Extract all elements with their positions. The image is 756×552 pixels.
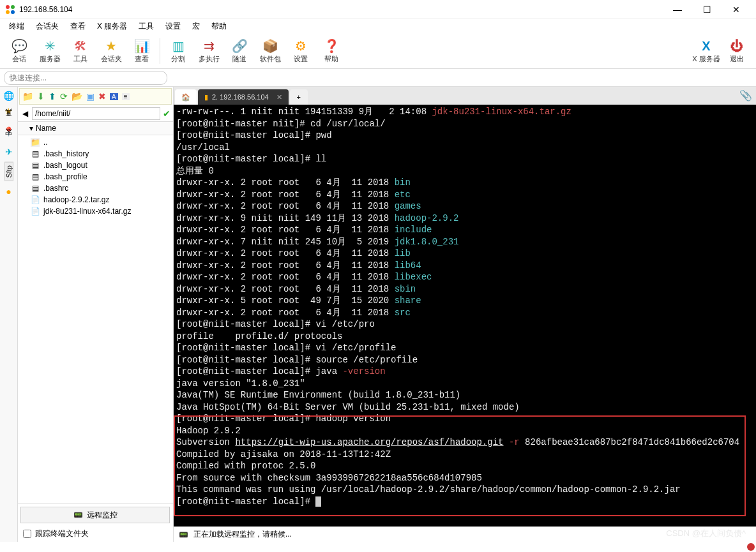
attachment-icon[interactable]: 📎 xyxy=(739,89,752,101)
remote-monitor-button[interactable]: 📟 远程监控 xyxy=(20,507,170,523)
delete-icon[interactable]: ✖ xyxy=(98,91,106,101)
toolbar-帮助[interactable]: ❓帮助 xyxy=(316,38,347,64)
minimize-button[interactable]: — xyxy=(663,4,692,15)
titlebar: 192.168.56.104 — ☐ ✕ xyxy=(0,0,756,19)
file-name: .bash_logout xyxy=(43,161,87,170)
dot-icon[interactable]: ● xyxy=(6,186,11,197)
quick-connect-input[interactable] xyxy=(4,71,167,85)
pin-icon[interactable]: 📍 xyxy=(3,126,14,137)
file-name: .bash_history xyxy=(43,149,89,158)
toolbar-会话夹[interactable]: ★会话夹 xyxy=(96,38,126,64)
refresh-icon[interactable]: ⟳ xyxy=(60,91,68,101)
letter-icon[interactable]: A xyxy=(110,93,118,100)
record-dot-icon xyxy=(747,543,755,551)
toolbar-icon: ⚙ xyxy=(295,38,306,54)
toolbar-label: X 服务器 xyxy=(692,54,720,64)
menu-7[interactable]: 帮助 xyxy=(206,20,232,33)
toolbar-会话[interactable]: 💬会话 xyxy=(4,38,34,64)
watermark: CSDN @在人间负债^ xyxy=(666,528,746,539)
file-row[interactable]: ▤.bash_history xyxy=(22,148,169,160)
toolbar-X 服务器[interactable]: XX 服务器 xyxy=(691,38,722,64)
home-icon: 🏠 xyxy=(181,93,190,101)
file-row[interactable]: ▤.bash_logout xyxy=(22,160,169,171)
toolbar-工具[interactable]: 🛠工具 xyxy=(65,38,96,64)
toolbar-icon: ▥ xyxy=(172,38,185,54)
globe-icon[interactable]: 🌐 xyxy=(3,91,14,101)
tabs: 🏠 ▮ 2. 192.168.56.104 ✕ + xyxy=(174,87,756,105)
maximize-button[interactable]: ☐ xyxy=(692,4,722,15)
content-area: 🏠 ▮ 2. 192.168.56.104 ✕ + -rw-rw-r--. 1 … xyxy=(174,87,756,542)
send-icon[interactable]: ✈ xyxy=(5,147,13,157)
file-name: .bash_profile xyxy=(43,172,87,181)
window-title: 192.168.56.104 xyxy=(19,5,663,14)
tab-new[interactable]: + xyxy=(290,89,308,105)
terminal[interactable]: -rw-rw-r--. 1 niit niit 194151339 9月 2 1… xyxy=(174,105,756,526)
toolbar-软件包[interactable]: 📦软件包 xyxy=(255,38,285,64)
toolbar-label: 多执行 xyxy=(199,54,220,64)
menu-0[interactable]: 终端 xyxy=(4,20,29,33)
text-icon[interactable]: ≡ xyxy=(122,93,130,100)
follow-label: 跟踪终端文件夹 xyxy=(35,528,89,539)
file-icon: 📄 xyxy=(31,195,40,204)
file-header[interactable]: ▾ Name xyxy=(18,121,173,135)
file-name: jdk-8u231-linux-x64.tar.gz xyxy=(43,207,131,216)
tab-label: 2. 192.168.56.104 xyxy=(212,93,269,101)
back-icon[interactable]: ◀ xyxy=(20,109,29,118)
expand-icon[interactable]: ▾ xyxy=(29,124,33,133)
newfolder-icon[interactable]: 📂 xyxy=(72,91,82,101)
follow-row: 跟踪终端文件夹 xyxy=(18,526,173,542)
file-icon: ▤ xyxy=(31,161,40,170)
follow-checkbox[interactable] xyxy=(23,530,31,538)
folder-icon[interactable]: 📁 xyxy=(22,91,33,101)
svg-point-2 xyxy=(6,10,10,14)
toolbar-退出[interactable]: ⏻退出 xyxy=(722,38,752,64)
toolbar-label: 服务器 xyxy=(40,54,61,64)
file-row[interactable]: ▤.bash_profile xyxy=(22,171,169,183)
toolbar-隧道[interactable]: 🔗隧道 xyxy=(224,38,255,64)
toolbar-label: 设置 xyxy=(294,54,308,64)
tab-session[interactable]: ▮ 2. 192.168.56.104 ✕ xyxy=(198,89,289,105)
tab-home[interactable]: 🏠 xyxy=(175,89,197,105)
toolbar-icon: ⇉ xyxy=(204,38,215,54)
menu-4[interactable]: 工具 xyxy=(133,20,159,33)
toolbar-label: 会话夹 xyxy=(101,54,122,64)
toolbar-分割[interactable]: ▥分割 xyxy=(163,38,193,64)
toolbar-多执行[interactable]: ⇉多执行 xyxy=(193,38,224,64)
menu-6[interactable]: 宏 xyxy=(187,20,205,33)
updir-row[interactable]: 📁 .. xyxy=(22,137,169,148)
upload-icon[interactable]: ⬆ xyxy=(49,91,56,101)
menu-2[interactable]: 查看 xyxy=(65,20,91,33)
file-row[interactable]: ▤.bashrc xyxy=(22,183,169,194)
toolbar-label: 会话 xyxy=(12,54,26,64)
toolbar-icon: 💬 xyxy=(11,38,27,54)
remote-monitor-label: 远程监控 xyxy=(87,510,117,521)
menu-1[interactable]: 会话夹 xyxy=(31,20,64,33)
terminal-icon: ▮ xyxy=(204,93,208,101)
sftp-tab[interactable]: Sftp xyxy=(4,162,13,181)
path-input[interactable] xyxy=(32,107,160,120)
toolbar-服务器[interactable]: ✳服务器 xyxy=(34,38,65,64)
copy-icon[interactable]: ▣ xyxy=(86,91,94,101)
toolbar-设置[interactable]: ⚙设置 xyxy=(285,38,316,64)
svg-point-1 xyxy=(11,5,15,9)
toolbar-icon: 🛠 xyxy=(74,38,87,54)
path-row: ◀ ✔ xyxy=(18,106,173,121)
file-icon: ▤ xyxy=(31,184,40,193)
download-icon[interactable]: ⬇ xyxy=(37,91,45,101)
left-sidebar: 🌐 ★ 工具 📍 宏 ✈ Sftp ● xyxy=(0,87,18,542)
toolbar-label: 工具 xyxy=(73,54,87,64)
file-row[interactable]: 📄jdk-8u231-linux-x64.tar.gz xyxy=(22,205,169,217)
name-header: Name xyxy=(36,124,56,133)
toolbar-icon: 📊 xyxy=(134,38,150,54)
app-icon xyxy=(5,4,15,15)
menu-5[interactable]: 设置 xyxy=(160,20,186,33)
toolbar-icon: ⏻ xyxy=(730,38,743,54)
toolbar-查看[interactable]: 📊查看 xyxy=(126,38,157,64)
toolbar-icon: ❓ xyxy=(324,38,340,54)
menu-3[interactable]: X 服务器 xyxy=(92,20,132,33)
close-button[interactable]: ✕ xyxy=(722,4,751,15)
tab-close-icon[interactable]: ✕ xyxy=(276,93,282,101)
status-text: 正在加载远程监控，请稍候... xyxy=(193,529,292,540)
file-row[interactable]: 📄hadoop-2.9.2.tar.gz xyxy=(22,194,169,205)
star-icon[interactable]: ★ xyxy=(4,106,13,116)
